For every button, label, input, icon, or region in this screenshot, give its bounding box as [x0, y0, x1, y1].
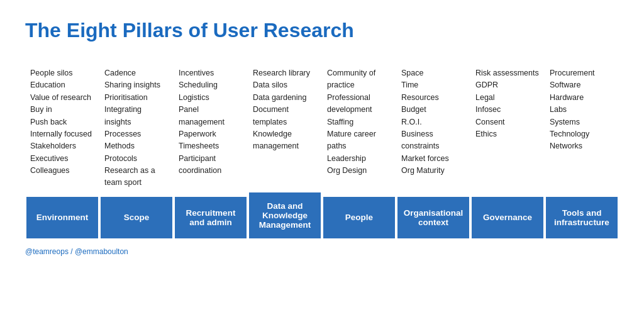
pillar-item: Stakeholders	[30, 140, 94, 152]
pillar-item: Incentives	[179, 67, 243, 79]
pillar-item: Org Design	[327, 165, 391, 177]
pillar-item: Professional development	[327, 92, 391, 116]
pillar-item: Scheduling	[179, 79, 243, 91]
pillar-item: Participant coordination	[179, 153, 243, 177]
pillar-col-scope: CadenceSharing insightsPrioritisationInt…	[99, 67, 174, 240]
pillar-items-scope: CadenceSharing insightsPrioritisationInt…	[99, 67, 174, 196]
pillar-item: Education	[30, 79, 94, 91]
pillar-col-environment: People silosEducationValue of researchBu…	[25, 67, 99, 240]
pillar-item: Data silos	[253, 79, 317, 91]
pillar-header-organisational-context: Organisational context	[396, 196, 470, 240]
pillar-items-organisational-context: SpaceTimeResourcesBudgetR.O.I.Business c…	[396, 67, 470, 196]
pillar-item: Executives	[30, 153, 94, 165]
pillar-header-data-knowledge: Data and Knowledge Management	[248, 191, 322, 240]
pillars-grid: People silosEducationValue of researchBu…	[25, 67, 619, 240]
pillar-item: Risk assessments	[475, 67, 540, 79]
pillar-item: Mature career paths	[327, 128, 391, 153]
pillar-item: Sharing insights	[104, 79, 169, 91]
pillar-item: Push back	[30, 116, 94, 128]
pillar-items-data-knowledge: Research libraryData silosData gardening…	[248, 67, 322, 191]
pillar-item: Market forces	[401, 153, 465, 165]
pillar-item: Buy in	[30, 104, 94, 116]
pillar-items-tools-infrastructure: ProcurementSoftwareHardwareLabsSystemsTe…	[545, 67, 619, 196]
pillar-item: Technology	[550, 128, 614, 140]
pillar-item: Prioritisation	[104, 92, 169, 104]
pillar-item: Community of practice	[327, 67, 391, 92]
pillar-item: Org Maturity	[401, 165, 465, 177]
pillar-item: Networks	[550, 140, 614, 152]
pillar-header-tools-infrastructure: Tools and infrastructure	[545, 196, 619, 240]
pillar-item: Integrating insights	[104, 104, 169, 128]
pillar-header-people: People	[322, 196, 396, 240]
footer-credit: @teamreops / @emmaboulton	[25, 247, 619, 256]
pillar-item: Panel management	[179, 104, 243, 128]
pillar-items-environment: People silosEducationValue of researchBu…	[25, 67, 99, 196]
pillar-col-people: Community of practiceProfessional develo…	[322, 67, 396, 240]
pillar-item: Timesheets	[179, 140, 243, 152]
pillar-item: Hardware	[550, 92, 614, 104]
pillar-item: Paperwork	[179, 128, 243, 140]
pillar-item: Resources	[401, 92, 465, 104]
pillar-item: Internally focused	[30, 128, 94, 140]
pillar-item: Budget	[401, 104, 465, 116]
pillar-item: R.O.I.	[401, 116, 465, 128]
pillar-col-tools-infrastructure: ProcurementSoftwareHardwareLabsSystemsTe…	[545, 67, 619, 240]
pillar-item: People silos	[30, 67, 94, 79]
pillar-item: Leadership	[327, 153, 391, 165]
pillar-header-environment: Environment	[25, 196, 99, 240]
pillar-item: Knowledge management	[253, 128, 317, 153]
pillar-item: Space	[401, 67, 465, 79]
pillar-item: Software	[550, 79, 614, 91]
pillar-col-data-knowledge: Research libraryData silosData gardening…	[248, 67, 322, 240]
pillars-table: People silosEducationValue of researchBu…	[25, 67, 619, 240]
pillar-header-scope: Scope	[99, 196, 174, 240]
pillar-item: Value of research	[30, 92, 94, 104]
page-title: The Eight Pillars of User Research	[25, 19, 619, 42]
pillar-items-people: Community of practiceProfessional develo…	[322, 67, 396, 196]
pillar-item: Methods	[104, 140, 169, 152]
pillar-item: Legal	[475, 92, 540, 104]
pillar-col-governance: Risk assessmentsGDPRLegalInfosecConsentE…	[470, 67, 545, 240]
pillar-item: Procurement	[550, 67, 614, 79]
pillar-item: Labs	[550, 104, 614, 116]
pillar-header-recruitment-admin: Recruitment and admin	[174, 196, 248, 240]
pillar-item: Protocols	[104, 153, 169, 165]
pillar-item: Processes	[104, 128, 169, 140]
pillar-item: Colleagues	[30, 165, 94, 177]
pillar-col-organisational-context: SpaceTimeResourcesBudgetR.O.I.Business c…	[396, 67, 470, 240]
pillar-col-recruitment-admin: IncentivesSchedulingLogisticsPanel manag…	[174, 67, 248, 240]
pillar-item: Infosec	[475, 104, 540, 116]
pillar-item: Consent	[475, 116, 540, 128]
pillar-item: Logistics	[179, 92, 243, 104]
pillar-item: GDPR	[475, 79, 540, 91]
pillar-item: Research as a team sport	[104, 165, 169, 189]
pillar-item: Staffing	[327, 116, 391, 128]
pillar-item: Cadence	[104, 67, 169, 79]
pillar-item: Data gardening	[253, 92, 317, 104]
pillar-item: Ethics	[475, 128, 540, 140]
pillar-items-governance: Risk assessmentsGDPRLegalInfosecConsentE…	[470, 67, 545, 196]
pillar-items-recruitment-admin: IncentivesSchedulingLogisticsPanel manag…	[174, 67, 248, 196]
pillar-item: Business constraints	[401, 128, 465, 153]
pillar-item: Document templates	[253, 104, 317, 128]
pillar-header-governance: Governance	[470, 196, 545, 240]
pillar-item: Time	[401, 79, 465, 91]
pillar-item: Research library	[253, 67, 317, 79]
pillar-item: Systems	[550, 116, 614, 128]
